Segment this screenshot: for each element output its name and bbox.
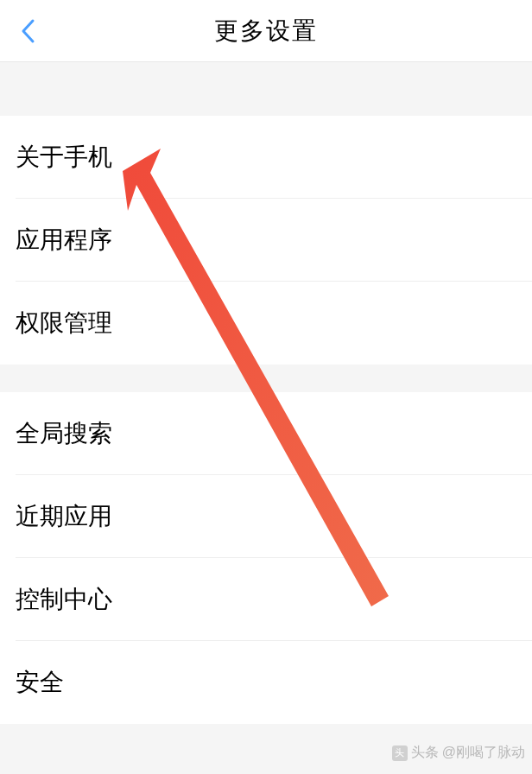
list-item-label: 权限管理 <box>16 307 112 339</box>
list-item-global-search[interactable]: 全局搜索 <box>0 392 532 475</box>
list-item-label: 关于手机 <box>16 141 112 174</box>
list-item-permissions[interactable]: 权限管理 <box>0 282 532 365</box>
watermark-prefix: 头条 <box>411 744 439 762</box>
list-item-label: 全局搜索 <box>16 417 112 450</box>
watermark: 头 头条 @刚喝了脉动 <box>392 744 525 762</box>
list-item-recent-apps[interactable]: 近期应用 <box>0 475 532 558</box>
list-item-security[interactable]: 安全 <box>0 641 532 724</box>
list-item-label: 近期应用 <box>16 500 112 533</box>
chevron-left-icon <box>20 18 35 44</box>
list-item-apps[interactable]: 应用程序 <box>0 199 532 282</box>
list-group-2: 全局搜索 近期应用 控制中心 安全 <box>0 392 532 724</box>
list-group-1: 关于手机 应用程序 权限管理 <box>0 116 532 365</box>
section-gap <box>0 365 532 392</box>
watermark-icon: 头 <box>392 745 408 761</box>
page-title: 更多设置 <box>0 15 532 48</box>
back-button[interactable] <box>10 14 45 48</box>
section-gap <box>0 62 532 116</box>
header-bar: 更多设置 <box>0 0 532 62</box>
list-item-label: 控制中心 <box>16 583 112 616</box>
list-item-label: 应用程序 <box>16 224 112 257</box>
list-item-about-phone[interactable]: 关于手机 <box>0 116 532 199</box>
watermark-handle: @刚喝了脉动 <box>442 744 525 762</box>
list-item-control-center[interactable]: 控制中心 <box>0 558 532 641</box>
list-item-label: 安全 <box>16 666 64 699</box>
